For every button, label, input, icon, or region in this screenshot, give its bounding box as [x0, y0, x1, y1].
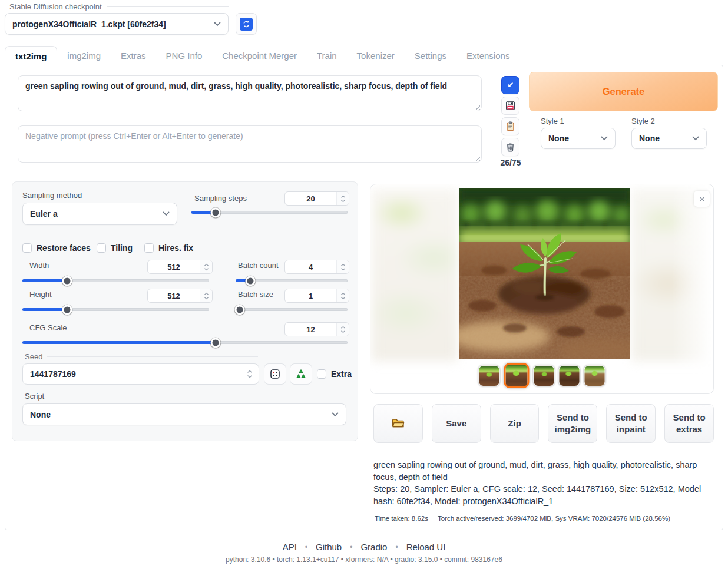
separator-dot: • — [350, 543, 352, 551]
height-slider[interactable] — [22, 305, 209, 315]
batch-size-spinner[interactable] — [336, 289, 349, 302]
gradio-link[interactable]: Gradio — [360, 542, 387, 552]
width-spinner[interactable] — [200, 260, 212, 273]
style2-label: Style 2 — [631, 117, 655, 125]
slider-handle[interactable] — [234, 305, 244, 315]
batch-count-numbox — [284, 260, 349, 274]
seed-input[interactable] — [30, 369, 247, 379]
slider-handle[interactable] — [62, 305, 72, 315]
apply-style-button[interactable] — [501, 117, 519, 135]
thumbnail-5[interactable] — [584, 365, 605, 386]
clipboard-icon — [505, 121, 515, 131]
send-to-img2img-button[interactable]: Send to img2img — [548, 404, 597, 443]
cfg-scale-spinner[interactable] — [336, 323, 349, 336]
main-tab-bar: txt2img img2img Extras PNG Info Checkpoi… — [5, 46, 519, 65]
gallery-blur-left — [372, 189, 458, 361]
save-style-button[interactable] — [501, 97, 519, 115]
width-numbox — [147, 260, 213, 274]
restore-faces-checkbox[interactable] — [22, 243, 32, 253]
thumbnail-4[interactable] — [559, 365, 580, 386]
height-spinner[interactable] — [200, 289, 212, 302]
generated-image[interactable] — [459, 188, 630, 359]
thumbnail-1[interactable] — [479, 365, 500, 386]
thumbnail-2-selected[interactable] — [504, 363, 530, 388]
refresh-checkpoint-button[interactable] — [236, 13, 257, 35]
sampling-steps-slider[interactable] — [191, 207, 348, 217]
clear-prompt-button[interactable] — [501, 138, 519, 156]
thumbnail-3[interactable] — [534, 365, 555, 386]
output-gallery — [370, 184, 714, 394]
sampling-steps-numbox — [284, 191, 349, 206]
send-to-extras-button[interactable]: Send to extras — [664, 404, 714, 443]
extra-seed-checkbox[interactable] — [317, 369, 326, 379]
width-input[interactable] — [148, 260, 200, 273]
save-button[interactable]: Save — [432, 404, 481, 443]
hires-fix-checkbox[interactable] — [144, 243, 154, 253]
seed-field — [22, 363, 259, 385]
gallery-fade — [672, 184, 713, 393]
tab-checkpoint-merger[interactable]: Checkpoint Merger — [212, 46, 307, 65]
style1-dropdown[interactable]: None — [541, 128, 616, 149]
paste-generation-params-button[interactable] — [501, 76, 519, 94]
height-label: Height — [29, 290, 52, 299]
prompt-input[interactable]: green sapling rowing out of ground, mud,… — [18, 75, 482, 111]
generate-button[interactable]: Generate — [529, 72, 718, 111]
width-label: Width — [29, 261, 49, 270]
label-line — [107, 6, 229, 7]
slider-handle[interactable] — [62, 276, 72, 286]
cfg-scale-slider[interactable] — [22, 338, 348, 348]
restore-faces-label: Restore faces — [37, 243, 91, 253]
tab-img2img[interactable]: img2img — [57, 46, 111, 65]
tab-png-info[interactable]: PNG Info — [156, 46, 213, 65]
chevron-down-icon — [214, 22, 221, 27]
sampling-method-dropdown[interactable]: Euler a — [22, 203, 177, 225]
chevron-down-icon — [332, 412, 339, 417]
tab-extras[interactable]: Extras — [111, 46, 156, 65]
cfg-scale-input[interactable] — [285, 323, 336, 336]
tab-extensions[interactable]: Extensions — [456, 46, 519, 65]
checkpoint-dropdown[interactable]: protogenX34OfficialR_1.ckpt [60fe2f34] — [5, 13, 229, 35]
zip-button[interactable]: Zip — [490, 404, 540, 443]
floppy-disk-icon — [505, 101, 515, 111]
tiling-checkbox[interactable] — [97, 243, 106, 253]
random-seed-button[interactable] — [264, 363, 286, 385]
batch-count-input[interactable] — [285, 260, 336, 273]
open-folder-button[interactable] — [373, 404, 423, 443]
height-input[interactable] — [148, 289, 200, 302]
seed-spinner[interactable] — [247, 370, 253, 378]
sampling-steps-label: Sampling steps — [194, 194, 247, 203]
footer-versions: python: 3.10.6 • torch: 1.13.1+cu117 • x… — [0, 555, 728, 564]
chevron-down-icon — [692, 136, 699, 141]
api-link[interactable]: API — [283, 542, 297, 552]
slider-handle[interactable] — [211, 207, 221, 217]
reuse-seed-button[interactable] — [290, 363, 312, 385]
batch-size-slider[interactable] — [236, 305, 348, 315]
send-to-inpaint-button[interactable]: Send to inpaint — [606, 404, 656, 443]
sampling-steps-input[interactable] — [285, 192, 336, 205]
batch-size-input[interactable] — [285, 289, 336, 302]
tab-train[interactable]: Train — [307, 46, 347, 65]
github-link[interactable]: Github — [316, 542, 342, 552]
tab-tokenizer[interactable]: Tokenizer — [347, 46, 405, 65]
style2-dropdown[interactable]: None — [631, 128, 707, 149]
slider-handle[interactable] — [245, 276, 255, 286]
separator-dot: • — [395, 543, 398, 551]
hires-fix-label: Hires. fix — [158, 243, 193, 253]
batch-count-slider[interactable] — [236, 276, 348, 286]
recycle-icon — [295, 368, 307, 380]
script-dropdown[interactable]: None — [22, 403, 346, 425]
negative-prompt-input[interactable] — [18, 125, 482, 163]
negative-prompt-container — [18, 125, 482, 163]
close-icon — [699, 196, 706, 203]
tab-settings[interactable]: Settings — [405, 46, 456, 65]
reload-ui-link[interactable]: Reload UI — [406, 542, 446, 552]
width-slider[interactable] — [22, 276, 209, 286]
tab-txt2img[interactable]: txt2img — [5, 46, 57, 65]
slider-handle[interactable] — [211, 338, 221, 348]
token-counter: 26/75 — [495, 158, 527, 167]
dice-icon — [269, 368, 281, 380]
close-gallery-button[interactable] — [694, 191, 710, 207]
sampling-steps-spinner[interactable] — [336, 192, 349, 205]
checkpoint-value: protogenX34OfficialR_1.ckpt [60fe2f34] — [12, 19, 166, 29]
batch-count-spinner[interactable] — [336, 260, 349, 273]
